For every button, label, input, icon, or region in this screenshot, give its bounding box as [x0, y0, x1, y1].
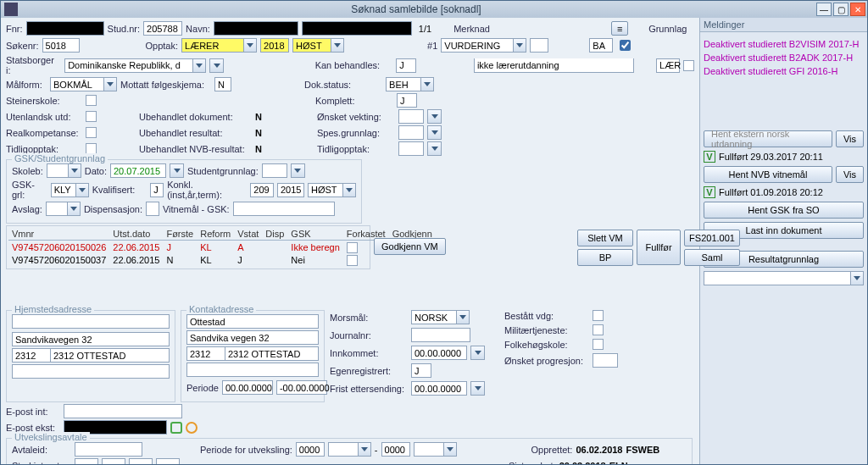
navn-last-field[interactable]: [214, 21, 298, 36]
avtaleid-field[interactable]: [75, 442, 142, 457]
periode-from[interactable]: 00.00.0000: [222, 380, 273, 395]
hjem-postnr[interactable]: 2312: [12, 348, 51, 363]
tidligopptak2-lookup-button[interactable]: [427, 141, 442, 156]
kontakt-line1[interactable]: Ottestad: [186, 314, 319, 329]
vm-row[interactable]: V9745720602015003722.06.2015NKLJNei: [8, 254, 436, 268]
hjem-land[interactable]: [12, 364, 170, 379]
utv-periode-y1[interactable]: 0000: [296, 442, 325, 457]
egenreg-field[interactable]: J: [411, 363, 431, 378]
vm-cell-check[interactable]: [343, 254, 389, 268]
hjem-line1[interactable]: [12, 314, 170, 329]
prio-value-select[interactable]: VURDERING: [441, 38, 526, 53]
konkl-year-field[interactable]: 2015: [277, 183, 304, 197]
innkommet-picker-button[interactable]: [470, 346, 485, 360]
prio-extra-field[interactable]: [530, 38, 548, 53]
grunnlag-laer-field[interactable]: LÆR: [656, 58, 680, 73]
malform-select[interactable]: BOKMÅL: [50, 77, 117, 91]
kontakt-line2[interactable]: Sandvika vegen 32: [186, 330, 319, 345]
studgrunnlag-field[interactable]: [262, 163, 287, 178]
innkommet-field[interactable]: 00.00.0000: [411, 346, 467, 360]
sted-int-2[interactable]: [102, 458, 125, 464]
bestatt-check[interactable]: [593, 310, 604, 321]
minimize-button[interactable]: —: [816, 3, 832, 16]
ubnvb-label: Ubehandlet NVB-resultat:: [139, 144, 249, 154]
vis-nvb-button[interactable]: Vis: [836, 166, 864, 183]
sokenr-field[interactable]: 5018: [42, 38, 80, 53]
vekting-field[interactable]: [398, 109, 424, 124]
vm-row[interactable]: V9745720602015002622.06.2015JKLAIkke ber…: [8, 241, 436, 254]
folkehog-check[interactable]: [593, 339, 604, 350]
opptak-type-select[interactable]: LÆRER: [181, 38, 257, 53]
spesgrunnlag-field[interactable]: [398, 125, 424, 140]
hent-ekstern-button[interactable]: Hent ekstern norsk utdanning: [704, 130, 832, 147]
fnr-field[interactable]: [26, 21, 104, 36]
kan-behandles-field[interactable]: J: [396, 58, 416, 73]
journal-field[interactable]: [411, 328, 470, 342]
gskgrl-select[interactable]: KLY: [51, 183, 89, 197]
steinerskole-check[interactable]: [86, 95, 97, 106]
sted-int-3[interactable]: [129, 458, 153, 464]
frist-field[interactable]: 00.00.0000: [411, 381, 467, 396]
merknad-text-field[interactable]: ikke lærerutdanning: [474, 58, 634, 73]
saml-button[interactable]: Saml: [684, 249, 740, 266]
grunnlag-laer-check[interactable]: [683, 60, 694, 71]
opptak-year-field[interactable]: 2018: [260, 38, 289, 53]
maximize-button[interactable]: ▢: [833, 3, 849, 16]
konkl-term-select[interactable]: HØST: [308, 183, 356, 197]
grunnlag-ba-field[interactable]: BA: [589, 38, 613, 53]
fullfor-button[interactable]: Fullfør: [637, 230, 681, 265]
hjem-poststed[interactable]: 2312 OTTESTAD: [51, 348, 170, 363]
spesgrunnlag-lookup-button[interactable]: [427, 125, 442, 140]
studgrunnlag-lookup-button[interactable]: [291, 163, 305, 178]
statsborger-select[interactable]: Dominikanske Republikk, d: [64, 58, 206, 73]
militar-check[interactable]: [593, 324, 604, 335]
disp-field[interactable]: [146, 202, 159, 216]
resultatgrunnlag-select[interactable]: [704, 271, 864, 285]
email-sync-icon[interactable]: [170, 422, 182, 434]
utenlandsk-utd-check[interactable]: [86, 111, 97, 122]
godkjenn-vm-button[interactable]: Godkjenn VM: [374, 238, 446, 255]
progresjon-field[interactable]: [593, 353, 618, 368]
sted-int-1[interactable]: [75, 458, 98, 464]
kontakt-postnr[interactable]: 2312: [186, 346, 225, 361]
kontakt-poststed[interactable]: 2312 OTTESTAD: [225, 346, 319, 361]
avslag-select[interactable]: [46, 202, 81, 216]
studnr-field[interactable]: 205788: [143, 21, 182, 36]
periode-to[interactable]: -00.00.0000: [276, 380, 327, 395]
vitnemal-gsk-field[interactable]: [233, 202, 335, 216]
frist-picker-button[interactable]: [470, 381, 485, 396]
close-button[interactable]: ✕: [850, 3, 865, 16]
epost-int-field[interactable]: [64, 404, 182, 418]
tidligopptak2-field[interactable]: [398, 141, 424, 156]
hjem-line2[interactable]: Sandvikavegen 32: [12, 332, 170, 346]
morsmal-select[interactable]: NORSK: [411, 310, 470, 324]
dokstatus-select[interactable]: BEH: [386, 77, 434, 91]
hent-nvb-button[interactable]: Hent NVB vitnemål: [704, 166, 832, 183]
vis-ekstern-button[interactable]: Vis: [836, 130, 864, 147]
statsborger-lookup-button[interactable]: [209, 58, 224, 73]
slett-vm-button[interactable]: Slett VM: [577, 230, 633, 246]
merknad-edit-button[interactable]: ≡: [611, 21, 628, 36]
kontakt-land[interactable]: [186, 363, 319, 377]
utv-periode-t1[interactable]: [328, 442, 371, 457]
periode-label: Periode: [186, 383, 219, 393]
folgeskjema-field[interactable]: N: [214, 77, 231, 91]
komplett-field[interactable]: J: [397, 93, 417, 108]
dato-picker-button[interactable]: [170, 163, 184, 178]
kvalifisert-field[interactable]: J: [150, 183, 164, 197]
hent-gsk-button[interactable]: Hent GSK fra SO: [704, 202, 864, 219]
bp-button[interactable]: BP: [577, 249, 633, 266]
sted-int-4[interactable]: [156, 458, 180, 464]
vekting-lookup-button[interactable]: [427, 109, 442, 124]
navn-first-field[interactable]: [302, 21, 412, 36]
email-refresh-icon[interactable]: [186, 422, 198, 434]
dato-field[interactable]: 20.07.2015: [110, 163, 166, 178]
opptak-term-select[interactable]: HØST: [292, 38, 344, 53]
fs201-button[interactable]: FS201.001: [684, 230, 740, 246]
utv-periode-t2[interactable]: [414, 442, 457, 457]
realkomp-check[interactable]: [86, 127, 97, 138]
konkl-inst-field[interactable]: 209: [250, 183, 274, 197]
skoleb-select[interactable]: [47, 163, 81, 178]
grunnlag-ba-check[interactable]: [620, 40, 631, 51]
utv-periode-y2[interactable]: 0000: [381, 442, 410, 457]
